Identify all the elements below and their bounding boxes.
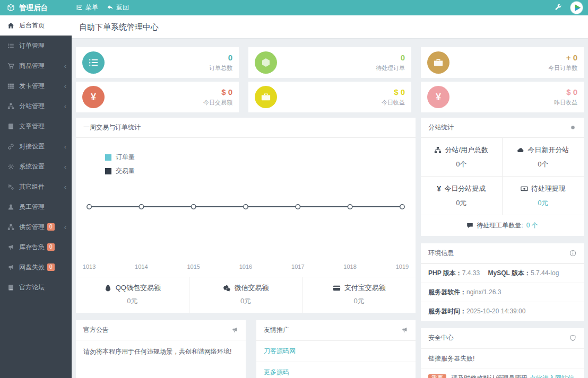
cell-label: 分站/用户总数	[445, 145, 488, 155]
stat-icon-circle	[255, 51, 277, 74]
security-text: 链接服务器失败!	[428, 355, 474, 362]
sidebar-item-supply[interactable]: 供货管理 0 ‹	[0, 217, 72, 237]
sidebar-item-label: 员工管理	[19, 203, 45, 212]
back-label: 返回	[116, 3, 129, 12]
stat-label: 待处理订单	[376, 64, 405, 72]
security-row-connection: 链接服务器失败!	[421, 348, 584, 368]
env-row-versions: PHP 版本：7.4.33 MySQL 版本：5.7.44-log	[421, 263, 584, 283]
payment-label: QQ钱包交易额	[116, 283, 161, 293]
payment-value: 0元	[189, 296, 302, 306]
substation-footer: 待处理工单数量: 0 个	[421, 215, 584, 236]
menu-label: 菜单	[85, 3, 98, 12]
sidebar-item-articles[interactable]: 文章管理	[0, 116, 72, 136]
stat-value: $ 0	[382, 87, 405, 96]
sidebar-item-label: 官方论坛	[19, 283, 45, 292]
legend-item-orders[interactable]: 订单量	[105, 153, 135, 162]
sidebar-item-forum[interactable]: 官方论坛	[0, 277, 72, 297]
sidebar-item-label: 库存告急	[19, 243, 45, 252]
environment-panel: 环境信息 PHP 版本：7.4.33 MySQL 版本：5.7.44-log 服…	[421, 243, 584, 321]
top-bar: 管理后台 菜单 返回	[0, 0, 588, 15]
sidebar-item-label: 发卡管理	[19, 82, 45, 91]
payment-wechat: 微信交易额 0元	[189, 277, 302, 313]
sidebar: 后台首页 订单管理 商品管理 ‹ 发卡管理 ‹ 分站管理 ‹ 文章管理 对接设置…	[0, 15, 72, 378]
chart-marker	[244, 205, 248, 209]
player-logo[interactable]	[570, 2, 583, 14]
cell-label: 今日分站提成	[444, 184, 486, 194]
sidebar-item-integrations[interactable]: 对接设置 ‹	[0, 136, 72, 156]
sidebar-item-stock-alert[interactable]: 库存告急 0	[0, 237, 72, 257]
count-badge: 0	[47, 223, 55, 231]
cell-label: 今日新开分站	[528, 145, 569, 155]
stat-icon-circle	[82, 51, 105, 74]
payment-label: 微信交易额	[235, 283, 269, 293]
count-badge: 0	[47, 243, 55, 251]
promo-link[interactable]: 更多源码	[264, 368, 289, 376]
info-icon	[569, 250, 576, 257]
sidebar-item-orders[interactable]: 订单管理	[0, 36, 72, 56]
payment-value: 0元	[302, 296, 416, 306]
brand-title: 管理后台	[19, 3, 48, 13]
substation-stats-panel: 分站统计 分站/用户总数 0个	[421, 118, 584, 236]
sitemap-icon	[434, 146, 442, 154]
money-icon	[521, 185, 528, 192]
brand[interactable]: 管理后台	[0, 3, 72, 13]
security-title: 安全中心	[428, 333, 454, 342]
payment-summary-row: QQ钱包交易额 0元 微信交易额 0元	[76, 277, 416, 313]
sidebar-item-components[interactable]: 其它组件 ‹	[0, 177, 72, 197]
announcement-content: 请勿将本程序用于任何违规场景，共创和谐网络环境!	[76, 340, 246, 366]
top-menu: 菜单 返回	[76, 3, 129, 12]
legend-item-trades[interactable]: 交易量	[105, 166, 135, 175]
promo-link-row: 刀客源码网	[256, 340, 416, 362]
stat-value: 0	[376, 53, 405, 62]
sidebar-item-card-issuing[interactable]: 发卡管理 ‹	[0, 76, 72, 96]
sidebar-item-staff[interactable]: 员工管理	[0, 197, 72, 217]
cell-value: 0个	[424, 160, 499, 169]
link-icon	[7, 143, 14, 150]
sidebar-item-system-settings[interactable]: 系统设置 ‹	[0, 156, 72, 177]
cell-value: 0元	[506, 198, 581, 208]
legend-swatch	[105, 168, 111, 174]
bullhorn-icon	[401, 327, 408, 333]
cloud-icon	[517, 146, 524, 154]
briefcase-icon	[433, 57, 444, 68]
chevron-left-icon: ‹	[64, 143, 66, 150]
briefcase-icon	[261, 92, 271, 102]
sidebar-item-label: 网盘失效	[19, 263, 45, 272]
stat-label: 今日收益	[382, 99, 405, 107]
chevron-left-icon: ‹	[64, 183, 66, 190]
substation-cell-new-today: 今日新开分站 0个	[503, 138, 584, 177]
stat-card-yesterday-profit: ¥ $ 0 昨日收益	[421, 82, 584, 112]
substation-cell-withdrawals: 待处理提现 0元	[503, 177, 584, 215]
substation-cell-commission: ¥ 今日分站提成 0元	[421, 177, 503, 215]
sidebar-item-products[interactable]: 商品管理 ‹	[0, 56, 72, 76]
chart-x-label: 1014	[135, 263, 148, 270]
yen-icon: ¥	[437, 184, 441, 193]
promo-link[interactable]: 刀客源码网	[264, 347, 296, 355]
chart-legend: 订单量 交易量	[105, 153, 135, 180]
env-row-time: 服务器时间：2025-10-20 14:39:00	[421, 302, 584, 321]
security-panel: 安全中心 链接服务器失败! 重要 请及时修改默认管理员密码 点此进入网站信息配置…	[421, 328, 584, 378]
play-icon	[570, 2, 583, 14]
sidebar-item-substations[interactable]: 分站管理 ‹	[0, 96, 72, 116]
chevron-left-icon: ‹	[64, 163, 66, 170]
book-icon	[7, 123, 14, 130]
stat-icon-circle	[427, 51, 449, 74]
sidebar-item-netdisk-invalid[interactable]: 网盘失效 0	[0, 257, 72, 277]
env-label: MySQL 版本：	[488, 269, 531, 277]
top-right	[555, 2, 588, 14]
menu-toggle[interactable]: 菜单	[76, 3, 98, 12]
gears-icon	[7, 183, 14, 190]
env-value: 7.4.33	[462, 269, 480, 277]
wrench-icon[interactable]	[555, 4, 562, 12]
right-column: 分站统计 分站/用户总数 0个	[421, 118, 584, 378]
env-label: PHP 版本：	[428, 269, 462, 277]
shield-icon	[569, 335, 576, 341]
book-icon	[7, 284, 14, 291]
reply-icon	[107, 4, 114, 11]
sidebar-item-home[interactable]: 后台首页	[0, 15, 72, 36]
sidebar-item-label: 文章管理	[19, 122, 45, 131]
security-text: 请及时修改默认管理员密码	[451, 374, 528, 378]
env-value: 2025-10-20 14:39:00	[466, 307, 525, 315]
stat-card-today-profit: $ 0 今日收益	[248, 82, 411, 112]
back-button[interactable]: 返回	[107, 3, 129, 12]
